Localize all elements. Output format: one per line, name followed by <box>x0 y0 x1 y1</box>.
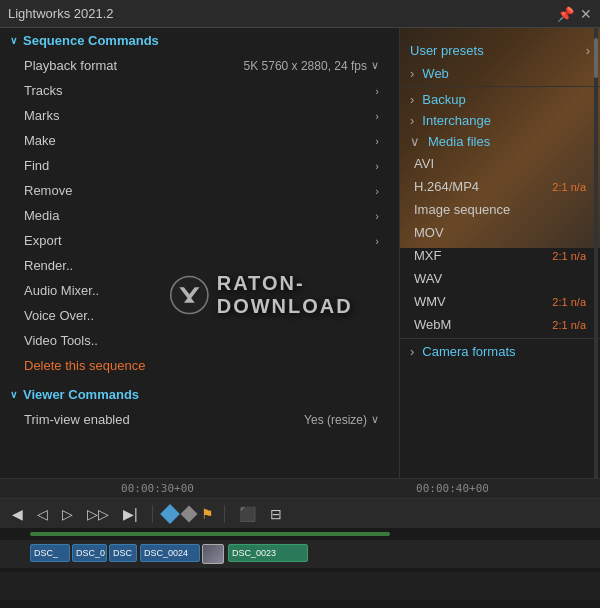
render-label: Render.. <box>24 258 73 273</box>
next-button[interactable]: ▶| <box>119 504 142 524</box>
interchange-arrow-icon: › <box>410 113 414 128</box>
find-chevron-icon: › <box>375 160 379 172</box>
app-title: Lightworks 2021.2 <box>8 6 114 21</box>
voice-over-item[interactable]: Voice Over.. <box>0 303 399 328</box>
timeline-area: 00:00:30+00 00:00:40+00 ◀ ◁ ▷ ▷▷ ▶| ⚑ ⬛ … <box>0 478 600 608</box>
backup-label: Backup <box>422 92 590 107</box>
control-divider-2 <box>224 505 225 523</box>
titlebar-left: Lightworks 2021.2 <box>8 6 114 21</box>
playback-format-value: 5K 5760 x 2880, 24 fps <box>244 59 367 73</box>
clip-dsc-0024[interactable]: DSC_0024 <box>140 544 200 562</box>
delete-sequence-item[interactable]: Delete this sequence <box>0 353 399 378</box>
make-label: Make <box>24 133 56 148</box>
h264-label: H.264/MP4 <box>414 179 479 194</box>
web-arrow-icon: › <box>410 66 414 81</box>
trim-view-value: Yes (resize) <box>304 413 367 427</box>
clip-dsc-3[interactable]: DSC <box>109 544 137 562</box>
prev-button[interactable]: ◀ <box>8 504 27 524</box>
media-files-header[interactable]: ∨ Media files <box>400 131 600 152</box>
back-button[interactable]: ◁ <box>33 504 52 524</box>
export-label: Export <box>24 233 62 248</box>
video-tools-label: Video Tools.. <box>24 333 98 348</box>
h264-badge: 2:1 n/a <box>552 181 586 193</box>
tracks-chevron-icon: › <box>375 85 379 97</box>
camera-formats-item[interactable]: › Camera formats <box>400 341 600 362</box>
diamond-button[interactable] <box>160 504 180 524</box>
media-item[interactable]: Media › <box>0 203 399 228</box>
trim-view-item[interactable]: Trim-view enabled Yes (resize) ∨ <box>0 407 399 432</box>
wmv-label: WMV <box>414 294 446 309</box>
make-item[interactable]: Make › <box>0 128 399 153</box>
track-container: DSC_ DSC_0 DSC DSC_0024 DSC_0023 <box>0 528 600 608</box>
marks-item[interactable]: Marks › <box>0 103 399 128</box>
media-label: Media <box>24 208 59 223</box>
viewer-commands-label: Viewer Commands <box>23 387 139 402</box>
clip-dsc-0023[interactable]: DSC_0023 <box>228 544 308 562</box>
export-item[interactable]: Export › <box>0 228 399 253</box>
avi-label: AVI <box>414 156 434 171</box>
in-point-button[interactable]: ⬛ <box>235 504 260 524</box>
trim-view-label: Trim-view enabled <box>24 412 130 427</box>
viewer-commands-header[interactable]: ∨ Viewer Commands <box>0 382 399 407</box>
h264-item[interactable]: H.264/MP4 2:1 n/a <box>400 175 600 198</box>
flag-icon: ⚑ <box>201 506 214 522</box>
remove-label: Remove <box>24 183 72 198</box>
camera-formats-arrow-icon: › <box>410 344 414 359</box>
clip-dsc-2[interactable]: DSC_0 <box>72 544 107 562</box>
playback-chevron-icon: ∨ <box>371 59 379 72</box>
wmv-item[interactable]: WMV 2:1 n/a <box>400 290 600 313</box>
trim-view-right: Yes (resize) ∨ <box>304 413 379 427</box>
webm-label: WebM <box>414 317 451 332</box>
fwd-button[interactable]: ▷▷ <box>83 504 113 524</box>
find-item[interactable]: Find › <box>0 153 399 178</box>
track-row-1: DSC_ DSC_0 DSC DSC_0024 DSC_0023 <box>0 540 600 568</box>
image-sequence-item[interactable]: Image sequence <box>400 198 600 221</box>
tracks-item[interactable]: Tracks › <box>0 78 399 103</box>
voice-over-label: Voice Over.. <box>24 308 94 323</box>
viewer-collapse-icon: ∨ <box>10 389 17 400</box>
mxf-item[interactable]: MXF 2:1 n/a <box>400 244 600 267</box>
trim-view-chevron-icon: ∨ <box>371 413 379 426</box>
right-panel: User presets › › Web › Backup › Intercha… <box>400 28 600 478</box>
render-item[interactable]: Render.. <box>0 253 399 278</box>
wmv-badge: 2:1 n/a <box>552 296 586 308</box>
marker-button[interactable] <box>180 505 197 522</box>
user-presets-item[interactable]: User presets › <box>400 38 600 63</box>
user-presets-label: User presets <box>410 43 484 58</box>
delete-sequence-label: Delete this sequence <box>24 358 145 373</box>
export-chevron-icon: › <box>375 235 379 247</box>
close-icon[interactable]: ✕ <box>580 6 592 22</box>
avi-item[interactable]: AVI <box>400 152 600 175</box>
interchange-item[interactable]: › Interchange <box>400 110 600 131</box>
remove-item[interactable]: Remove › <box>0 178 399 203</box>
backup-arrow-icon: › <box>410 92 414 107</box>
web-item[interactable]: › Web <box>400 63 600 84</box>
audio-mixer-label: Audio Mixer.. <box>24 283 99 298</box>
timecode-display: 00:00:30+00 00:00:40+00 <box>10 482 600 495</box>
sequence-collapse-icon: ∨ <box>10 35 17 46</box>
audio-mixer-item[interactable]: Audio Mixer.. <box>0 278 399 303</box>
media-chevron-icon: › <box>375 210 379 222</box>
mov-label: MOV <box>414 225 444 240</box>
media-files-label: Media files <box>428 134 590 149</box>
mov-item[interactable]: MOV <box>400 221 600 244</box>
pin-icon[interactable]: 📌 <box>557 6 574 22</box>
clip-dsc-1[interactable]: DSC_ <box>30 544 70 562</box>
divider-2 <box>400 338 600 339</box>
web-label: Web <box>422 66 590 81</box>
titlebar-controls: 📌 ✕ <box>557 6 592 22</box>
clip-thumbnail[interactable] <box>202 544 224 564</box>
play-button[interactable]: ▷ <box>58 504 77 524</box>
out-point-button[interactable]: ⊟ <box>266 504 286 524</box>
webm-item[interactable]: WebM 2:1 n/a <box>400 313 600 336</box>
find-label: Find <box>24 158 49 173</box>
video-tools-item[interactable]: Video Tools.. <box>0 328 399 353</box>
wav-item[interactable]: WAV <box>400 267 600 290</box>
left-panel: ∨ Sequence Commands Playback format 5K 5… <box>0 28 400 478</box>
backup-item[interactable]: › Backup <box>400 89 600 110</box>
marks-label: Marks <box>24 108 59 123</box>
sequence-commands-header[interactable]: ∨ Sequence Commands <box>0 28 399 53</box>
timeline-progress-bar <box>30 532 390 536</box>
playback-format-item[interactable]: Playback format 5K 5760 x 2880, 24 fps ∨ <box>0 53 399 78</box>
divider-1 <box>400 86 600 87</box>
